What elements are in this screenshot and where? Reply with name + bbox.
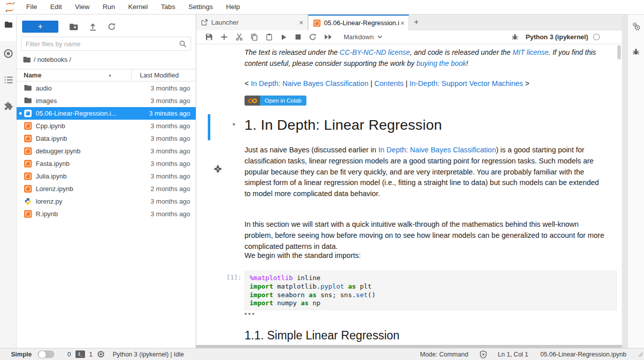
restart-run-all-icon[interactable] bbox=[324, 34, 333, 40]
kernel-chip-icon[interactable] bbox=[97, 350, 105, 358]
file-row[interactable]: debugger.ipynb 3 months ago bbox=[17, 145, 196, 157]
resize-grip-icon[interactable] bbox=[637, 351, 643, 357]
file-browser-panel: + / notebooks / Name ▲ Last Modified aud… bbox=[17, 15, 196, 348]
trust-shield-icon[interactable] bbox=[479, 350, 487, 358]
debugger-bug-icon[interactable] bbox=[511, 33, 519, 41]
file-name: 05.06-Linear-Regression.i... bbox=[36, 110, 116, 117]
sort-ascending-icon[interactable]: ▲ bbox=[108, 73, 112, 77]
menu-kernel[interactable]: Kernel bbox=[122, 0, 154, 14]
chapter-nav: < In Depth: Naive Bayes Classification |… bbox=[245, 78, 604, 89]
folder-icon bbox=[24, 97, 32, 105]
close-icon[interactable]: × bbox=[400, 19, 405, 27]
file-row[interactable]: Lorenz.ipynb 2 months ago bbox=[17, 183, 196, 195]
new-launcher-button[interactable]: + bbox=[22, 21, 58, 33]
pan-scroll-cursor-icon bbox=[213, 164, 223, 174]
simple-mode-toggle[interactable] bbox=[38, 350, 54, 358]
paste-icon[interactable] bbox=[266, 33, 273, 41]
selected-cell-bar bbox=[208, 114, 210, 140]
tab-label: 05.06-Linear-Regression.i bbox=[324, 19, 399, 27]
menu-edit[interactable]: Edit bbox=[44, 0, 68, 14]
kernel-name[interactable]: Python 3 (ipykernel) bbox=[526, 33, 588, 41]
notebook-icon bbox=[24, 185, 32, 193]
kernel-status-text[interactable]: Python 3 (ipykernel) | Idle bbox=[113, 351, 184, 358]
kernels-count: 1 bbox=[89, 351, 93, 358]
open-in-colab-badge[interactable]: Open in Colab bbox=[245, 96, 306, 106]
notebook-icon bbox=[313, 20, 320, 27]
file-name: R.ipynb bbox=[36, 210, 58, 218]
menu-tabs[interactable]: Tabs bbox=[154, 0, 182, 14]
file-row[interactable]: lorenz.py 3 months ago bbox=[17, 195, 196, 208]
kernel-running-dot bbox=[19, 112, 22, 115]
debugger-panel-icon[interactable] bbox=[628, 48, 644, 56]
file-row[interactable]: Cpp.ipynb 3 months ago bbox=[17, 120, 196, 132]
file-browser-toolbar: + bbox=[17, 20, 196, 34]
command-mode-indicator[interactable]: Mode: Command bbox=[420, 351, 468, 358]
folder-icon bbox=[24, 84, 32, 92]
file-browser-icon[interactable] bbox=[0, 20, 17, 29]
notebook-content[interactable]: The text is released under the CC-BY-NC-… bbox=[196, 44, 622, 345]
statusbar-filename: 05.06-Linear-Regression.ipynb bbox=[540, 351, 626, 358]
subsection-heading: 1.1. Simple Linear Regression bbox=[245, 329, 399, 342]
file-row[interactable]: images 3 months ago bbox=[17, 95, 196, 107]
menu-view[interactable]: View bbox=[68, 0, 96, 14]
file-row[interactable]: audio 3 months ago bbox=[17, 82, 196, 95]
column-last-modified[interactable]: Last Modified bbox=[140, 71, 179, 79]
file-modified: 2 months ago bbox=[150, 185, 190, 193]
filter-files-input[interactable] bbox=[22, 40, 179, 48]
cursor-position[interactable]: Ln 1, Col 1 bbox=[498, 351, 528, 358]
extensions-icon[interactable] bbox=[0, 102, 17, 111]
file-row[interactable]: Julia.ipynb 3 months ago bbox=[17, 170, 196, 183]
menu-settings[interactable]: Settings bbox=[182, 0, 219, 14]
home-folder-icon[interactable] bbox=[23, 56, 31, 63]
code-line: import matplotlib.pyplot as plt bbox=[250, 283, 612, 291]
collapse-heading-icon[interactable]: ▾ bbox=[232, 121, 235, 128]
paragraph-1: Just as naive Bayes (discussed earlier i… bbox=[245, 145, 606, 200]
scrollbar-thumb[interactable] bbox=[617, 45, 621, 59]
menu-help[interactable]: Help bbox=[219, 0, 247, 14]
file-modified: 3 months ago bbox=[150, 210, 190, 218]
launcher-icon bbox=[201, 19, 208, 26]
file-row[interactable]: Data.ipynb 3 months ago bbox=[17, 132, 196, 145]
save-icon[interactable] bbox=[205, 33, 213, 41]
python-icon bbox=[24, 198, 32, 205]
add-cell-icon[interactable] bbox=[220, 33, 228, 41]
terminal-icon[interactable]: $_ bbox=[75, 350, 85, 358]
breadcrumb[interactable]: / notebooks / bbox=[23, 56, 71, 63]
cut-icon[interactable] bbox=[235, 33, 243, 41]
file-name: audio bbox=[36, 84, 52, 92]
license-paragraph: The text is released under the CC-BY-NC-… bbox=[245, 47, 604, 69]
file-modified: 3 months ago bbox=[150, 172, 190, 180]
menu-run[interactable]: Run bbox=[96, 0, 122, 14]
file-modified: 3 months ago bbox=[150, 135, 190, 142]
file-row-selected[interactable]: 05.06-Linear-Regression.i... 3 minutes a… bbox=[17, 107, 196, 120]
tab-label: Launcher bbox=[211, 19, 238, 26]
run-icon[interactable] bbox=[280, 34, 287, 41]
cell-type-value: Markdown bbox=[344, 33, 374, 41]
code-cell-editor[interactable]: %matplotlib inline import matplotlib.pyp… bbox=[245, 271, 617, 310]
new-folder-icon[interactable] bbox=[69, 23, 78, 31]
property-inspector-icon[interactable] bbox=[628, 22, 644, 31]
running-sessions-icon[interactable] bbox=[0, 49, 17, 58]
code-line: import seaborn as sns; sns.set() bbox=[250, 291, 612, 300]
copy-icon[interactable] bbox=[251, 33, 258, 41]
file-row[interactable]: R.ipynb 3 months ago bbox=[17, 208, 196, 220]
restart-kernel-icon[interactable] bbox=[309, 33, 316, 41]
new-tab-button[interactable]: + bbox=[409, 15, 423, 30]
cell-type-dropdown[interactable]: Markdown bbox=[344, 33, 382, 41]
column-name[interactable]: Name bbox=[24, 71, 41, 79]
right-panel-divider bbox=[622, 15, 628, 348]
collapsed-output-button[interactable]: ••• bbox=[245, 310, 256, 317]
file-modified: 3 months ago bbox=[150, 122, 190, 130]
close-icon[interactable]: × bbox=[299, 19, 303, 26]
upload-icon[interactable] bbox=[89, 23, 97, 31]
table-of-contents-icon[interactable] bbox=[0, 76, 17, 84]
file-name: lorenz.py bbox=[36, 198, 62, 205]
tab-launcher[interactable]: Launcher × bbox=[196, 15, 308, 30]
refresh-icon[interactable] bbox=[108, 23, 116, 31]
notebook-icon bbox=[24, 122, 32, 130]
menu-file[interactable]: File bbox=[20, 0, 44, 14]
stop-icon[interactable] bbox=[295, 34, 301, 40]
tab-notebook[interactable]: 05.06-Linear-Regression.i × bbox=[308, 15, 409, 30]
file-row[interactable]: Fasta.ipynb 3 months ago bbox=[17, 157, 196, 170]
file-name: Lorenz.ipynb bbox=[36, 185, 73, 193]
